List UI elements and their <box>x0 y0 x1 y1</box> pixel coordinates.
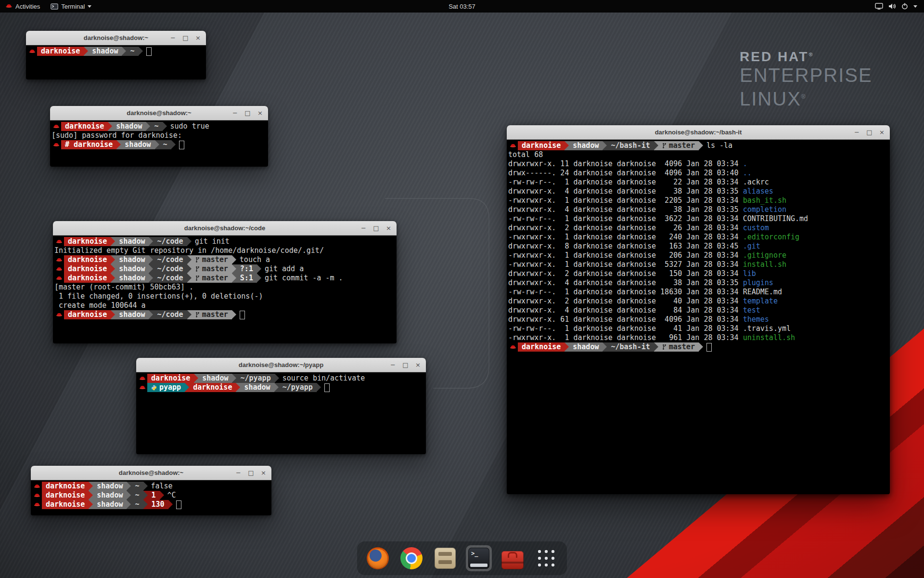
powerline-separator <box>699 141 703 150</box>
terminal-window: darknoise@shadow:~/pyapp−□×darknoiseshad… <box>136 358 426 454</box>
window-titlebar[interactable]: darknoise@shadow:~/bash-it−□× <box>507 125 890 140</box>
prompt-segment-path: ~/pyapp <box>279 383 317 392</box>
file-list-row: -rwxrwxr-x. 1 darknoise darknoise 240 Ja… <box>508 233 889 242</box>
prompt-segment-path: ~/code <box>153 255 187 264</box>
window-buttons: −□× <box>853 125 886 139</box>
powerline-separator <box>146 122 150 131</box>
window-titlebar[interactable]: darknoise@shadow:~−□× <box>50 106 268 120</box>
typed-command: git init <box>192 237 230 246</box>
powerline-separator <box>232 264 236 274</box>
prompt-segment-text: darknoise <box>41 47 80 56</box>
terminal-content[interactable]: darknoiseshadow~/codegit initInitialized… <box>53 236 397 345</box>
maximize-button[interactable]: □ <box>182 35 189 41</box>
close-button[interactable]: × <box>385 225 392 231</box>
powerline-separator <box>111 237 115 246</box>
window-titlebar[interactable]: darknoise@shadow:~/code−□× <box>53 221 397 236</box>
powerline-separator <box>160 491 164 500</box>
window-titlebar[interactable]: darknoise@shadow:~−□× <box>31 466 271 480</box>
prompt-segment-text: S:1 <box>240 274 253 283</box>
prompt-segment-text: darknoise <box>68 264 107 274</box>
dock-terminal-button[interactable] <box>466 545 492 571</box>
file-name: uninstall.sh <box>743 333 795 342</box>
file-list-columns: drwxrwxr-x. 61 darknoise darknoise 4096 … <box>508 315 743 324</box>
close-button[interactable]: × <box>257 110 264 116</box>
system-status-area[interactable] <box>871 0 921 13</box>
prompt-segment-path: ~/code <box>153 237 187 246</box>
terminal-content[interactable]: darknoiseshadow~/bash-itmasterls -latota… <box>507 140 890 496</box>
file-name: install.sh <box>743 260 786 269</box>
close-button[interactable]: × <box>878 129 886 135</box>
powerline-separator <box>187 274 192 283</box>
minimize-button[interactable]: − <box>231 110 239 116</box>
dock-firefox-button[interactable] <box>365 545 391 571</box>
powerline-separator <box>143 491 148 500</box>
minimize-button[interactable]: − <box>389 362 397 368</box>
typed-command: git commit -a -m . <box>261 274 343 283</box>
powerline-separator <box>257 264 261 274</box>
python-icon <box>151 385 157 391</box>
maximize-button[interactable]: □ <box>372 225 380 231</box>
prompt-segment-text: shadow <box>119 274 145 283</box>
dock-appgrid-button[interactable] <box>533 545 559 571</box>
prompt-segment-text: darknoise <box>65 122 104 131</box>
prompt-segment-text: darknoise <box>68 237 107 246</box>
powerline-separator <box>187 255 192 264</box>
powerline-separator <box>111 255 115 264</box>
terminal-content[interactable]: darknoiseshadow~/pyappsource bin/activat… <box>136 372 426 456</box>
prompt-segment-path: ~ <box>131 500 143 509</box>
file-list-row: drwxrwxr-x. 11 darknoise darknoise 4096 … <box>508 159 889 169</box>
file-list-row: drwxrwxr-x. 2 darknoise darknoise 150 Ja… <box>508 269 889 278</box>
terminal-content[interactable]: darknoiseshadow~sudo true[sudo] password… <box>50 120 268 168</box>
file-name: lib <box>743 269 756 278</box>
close-button[interactable]: × <box>194 35 202 41</box>
prompt-segment-text: ~/pyapp <box>282 383 313 392</box>
clock[interactable]: Sat 03:57 <box>444 0 480 13</box>
prompt-segment-text: ~/code <box>157 310 183 319</box>
dock-toolbox-button[interactable] <box>500 545 526 571</box>
powerline-separator <box>149 264 153 274</box>
dock-files-button[interactable] <box>432 545 458 571</box>
terminal-content[interactable]: darknoiseshadow~ <box>26 45 206 81</box>
prompt-segment-text: darknoise <box>522 342 561 352</box>
window-titlebar[interactable]: darknoise@shadow:~/pyapp−□× <box>136 358 426 372</box>
prompt-segment-text: shadow <box>92 47 118 56</box>
powerline-separator <box>149 237 153 246</box>
file-list-columns: drwxrwxr-x. 2 darknoise darknoise 26 Jan… <box>508 223 743 232</box>
window-titlebar[interactable]: darknoise@shadow:~−□× <box>26 31 206 45</box>
minimize-button[interactable]: − <box>169 35 177 41</box>
terminal-prompt-line: darknoiseshadow~/codegit init <box>54 237 396 246</box>
minimize-button[interactable]: − <box>360 225 367 231</box>
prompt-segment-text: pyapp <box>159 383 181 392</box>
terminal-content[interactable]: darknoiseshadow~falsedarknoiseshadow~1^C… <box>31 480 271 517</box>
window-buttons: −□× <box>231 106 264 120</box>
close-button[interactable]: × <box>414 362 422 368</box>
file-list-columns: -rwxrwxr-x. 1 darknoise darknoise 961 Ja… <box>508 333 743 342</box>
file-list-row: -rwxrwxr-x. 1 darknoise darknoise 2205 J… <box>508 196 889 205</box>
prompt-segment-git: master <box>192 274 232 283</box>
maximize-button[interactable]: □ <box>247 470 255 476</box>
minimize-button[interactable]: − <box>853 129 860 135</box>
maximize-button[interactable]: □ <box>244 110 251 116</box>
prompt-segment-host: shadow <box>569 141 603 150</box>
activities-button[interactable]: Activities <box>0 0 45 13</box>
powerline-separator <box>194 374 198 383</box>
close-button[interactable]: × <box>260 470 267 476</box>
prompt-segment-text: ~ <box>135 500 139 509</box>
terminal-prompt-line: darknoiseshadow~/bash-itmasterls -la <box>508 141 889 150</box>
prompt-segment-text: ~/bash-it <box>611 141 650 150</box>
prompt-segment-user: darknoise <box>42 491 89 500</box>
dock-chrome-button[interactable] <box>398 545 424 571</box>
maximize-button[interactable]: □ <box>402 362 409 368</box>
prompt-segment-text: shadow <box>116 122 142 131</box>
maximize-button[interactable]: □ <box>866 129 873 135</box>
prompt-segment-user: darknoise <box>518 141 565 150</box>
minimize-button[interactable]: − <box>235 470 242 476</box>
powerline-separator <box>654 342 658 352</box>
file-list-columns: -rwxrwxr-x. 1 darknoise darknoise 5327 J… <box>508 260 743 269</box>
prompt-segment-text: shadow <box>125 140 151 149</box>
file-list-columns: drwxrwxr-x. 4 darknoise darknoise 38 Jan… <box>508 187 743 196</box>
powerline-separator <box>127 482 131 491</box>
prompt-segment-text: darknoise <box>46 500 85 509</box>
toolbox-icon <box>501 551 524 569</box>
app-menu[interactable]: Terminal <box>45 0 97 13</box>
